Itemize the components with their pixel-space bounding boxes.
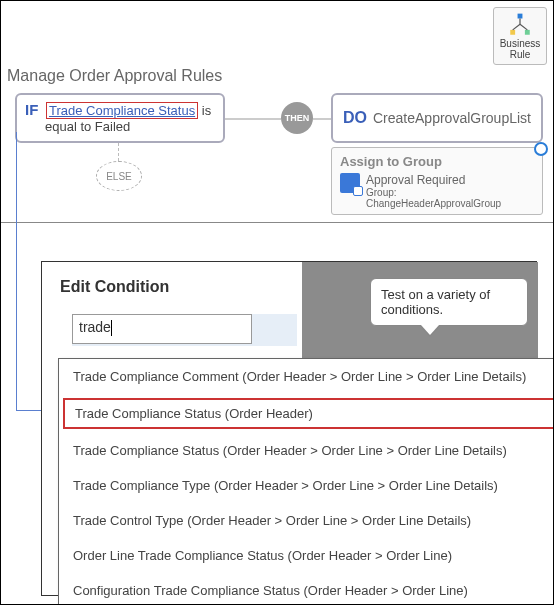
dropdown-item[interactable]: Trade Control Type (Order Header > Order… xyxy=(59,503,554,538)
then-connector-line-2 xyxy=(313,118,331,120)
svg-rect-1 xyxy=(510,30,515,35)
then-connector-line xyxy=(225,118,281,120)
attribute-search-wrap: trade xyxy=(72,314,297,346)
dropdown-item[interactable]: Trade Compliance Type (Order Header > Or… xyxy=(59,468,554,503)
condition-text-2: equal to Failed xyxy=(45,119,215,134)
else-connector xyxy=(118,143,119,161)
else-node[interactable]: ELSE xyxy=(96,161,142,191)
assign-line-2: Group: ChangeHeaderApprovalGroup xyxy=(366,187,534,209)
condition-attribute-highlight[interactable]: Trade Compliance Status xyxy=(46,102,198,119)
svg-rect-2 xyxy=(525,30,530,35)
flowchart-icon xyxy=(507,12,533,38)
connector-port-icon xyxy=(534,142,548,156)
assign-line-1: Approval Required xyxy=(366,173,534,187)
edit-condition-title: Edit Condition xyxy=(60,278,169,296)
svg-line-4 xyxy=(513,24,520,30)
svg-line-5 xyxy=(520,24,527,30)
do-action-box[interactable]: DO CreateApprovalGroupList xyxy=(331,93,543,143)
dropdown-item[interactable]: Trade Compliance Status (Order Header > … xyxy=(59,433,554,468)
assign-to-group-box[interactable]: Assign to Group Approval Required Group:… xyxy=(331,147,543,215)
screenshot-root: Manage Order Approval Rules Business Rul… xyxy=(0,0,554,605)
rule-diagram-panel: Manage Order Approval Rules Business Rul… xyxy=(1,1,553,223)
callout-line-vertical xyxy=(16,132,18,410)
text-cursor-icon xyxy=(111,320,112,336)
page-title: Manage Order Approval Rules xyxy=(7,67,222,85)
business-rule-label-1: Business xyxy=(500,38,541,49)
svg-rect-0 xyxy=(518,14,523,19)
dropdown-item[interactable]: Configuration Trade Compliance Status (O… xyxy=(59,573,554,605)
hint-tooltip: Test on a variety of conditions. xyxy=(370,278,528,326)
attribute-search-input[interactable]: trade xyxy=(72,314,252,344)
if-keyword: IF xyxy=(25,101,38,118)
do-action-name: CreateApprovalGroupList xyxy=(373,110,531,126)
if-condition-box[interactable]: IF Trade Compliance Status is equal to F… xyxy=(15,93,225,143)
edit-condition-panel: Edit Condition trade Test on a variety o… xyxy=(41,261,537,596)
do-keyword: DO xyxy=(343,109,367,127)
business-rule-button[interactable]: Business Rule xyxy=(493,7,547,65)
business-rule-label-2: Rule xyxy=(510,49,531,60)
assign-header: Assign to Group xyxy=(340,154,534,169)
search-value-text: trade xyxy=(79,319,111,335)
dropdown-item[interactable]: Trade Compliance Comment (Order Header >… xyxy=(59,359,554,394)
dropdown-item-selected[interactable]: Trade Compliance Status (Order Header) xyxy=(61,396,554,431)
group-icon xyxy=(340,173,360,193)
dropdown-item[interactable]: Order Line Trade Compliance Status (Orde… xyxy=(59,538,554,573)
then-node: THEN xyxy=(281,102,313,134)
condition-text-1: is xyxy=(202,103,211,118)
attribute-dropdown[interactable]: Trade Compliance Comment (Order Header >… xyxy=(58,358,554,605)
